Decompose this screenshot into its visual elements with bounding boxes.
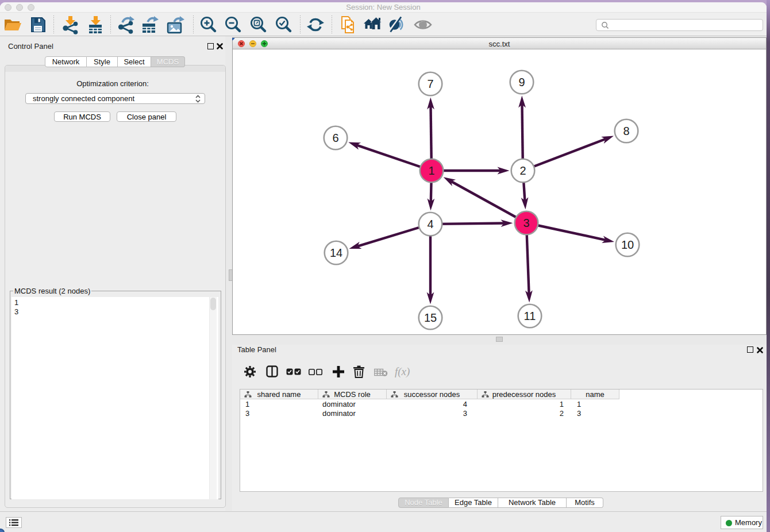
svg-text:11: 11 bbox=[524, 310, 536, 322]
svg-text:4: 4 bbox=[427, 218, 433, 230]
svg-text:15: 15 bbox=[424, 311, 437, 324]
svg-text:6: 6 bbox=[332, 132, 338, 144]
svg-text:14: 14 bbox=[330, 246, 342, 259]
svg-text:10: 10 bbox=[621, 238, 634, 251]
svg-text:3: 3 bbox=[523, 217, 529, 229]
svg-text:7: 7 bbox=[427, 78, 433, 90]
svg-text:9: 9 bbox=[518, 76, 525, 88]
svg-text:8: 8 bbox=[623, 125, 629, 137]
svg-text:1: 1 bbox=[428, 164, 434, 177]
svg-text:2: 2 bbox=[519, 164, 526, 177]
